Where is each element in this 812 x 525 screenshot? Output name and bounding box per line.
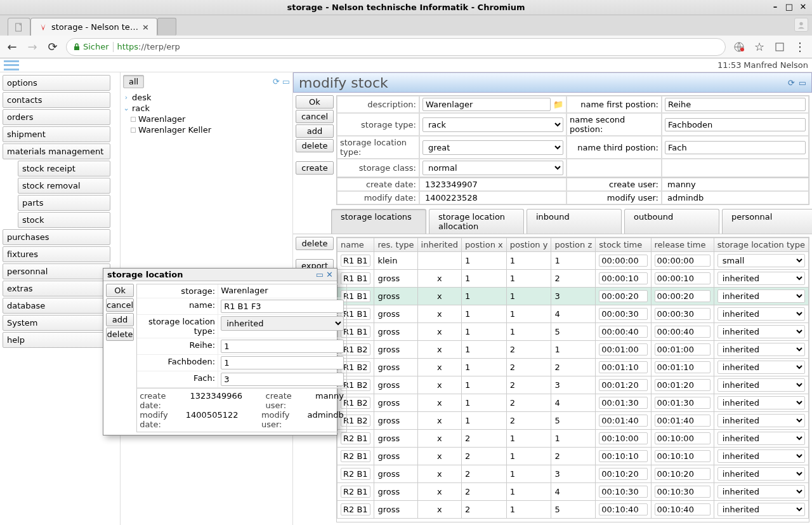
sidebar-item-stock-receipt[interactable]: stock receipt (18, 161, 110, 176)
sidebar-item-System[interactable]: System (3, 315, 110, 331)
sidebar-item-materials-management[interactable]: materials management (3, 143, 110, 159)
table-row[interactable]: klein111small (337, 252, 809, 270)
th-postion-x[interactable]: postion x (461, 238, 506, 252)
row-name-input[interactable] (341, 486, 370, 498)
release-time-input[interactable] (655, 255, 710, 267)
row-slt-select[interactable]: inherited (717, 396, 805, 409)
row-slt-select[interactable]: inherited (717, 272, 805, 285)
stock-time-input[interactable] (599, 326, 647, 338)
table-row[interactable]: grossx124inherited (337, 394, 809, 412)
release-time-input[interactable] (655, 343, 710, 356)
row-slt-select[interactable]: inherited (717, 307, 805, 321)
row-slt-select[interactable]: inherited (717, 503, 805, 516)
row-slt-select[interactable]: inherited (717, 343, 805, 356)
fullscreen-icon[interactable] (773, 40, 787, 54)
stock-time-input[interactable] (599, 272, 647, 284)
sidebar-item-orders[interactable]: orders (3, 109, 110, 125)
name-third-input[interactable] (665, 141, 806, 154)
delete-button[interactable]: delete (296, 139, 334, 152)
storage-type-select[interactable]: rack (422, 117, 563, 132)
row-name-input[interactable] (341, 468, 370, 480)
tab-close-icon[interactable]: × (142, 22, 149, 32)
stock-time-input[interactable] (599, 503, 647, 515)
name-second-input[interactable] (665, 118, 806, 131)
dlg-add-button[interactable]: add (106, 313, 134, 326)
row-slt-select[interactable]: inherited (717, 485, 805, 498)
th-name[interactable]: name (337, 238, 374, 252)
table-row[interactable]: grossx114inherited (337, 305, 809, 323)
tree-node-desk[interactable]: ›desk (123, 92, 290, 103)
storage-locations-table-wrap[interactable]: ⟳ ▭ nameres. typeinheritedpostion xposti… (336, 237, 809, 522)
tab-active[interactable]: storage - Nelson technisc… × (30, 18, 157, 36)
dlg-slt-select[interactable]: inherited (221, 316, 344, 331)
sidebar-item-database[interactable]: database (3, 298, 110, 314)
stock-time-input[interactable] (599, 486, 647, 498)
table-row[interactable]: grossx213inherited (337, 465, 809, 483)
th-stock-time[interactable]: stock time (596, 238, 651, 252)
release-time-input[interactable] (655, 415, 710, 427)
row-slt-select[interactable]: inherited (717, 449, 805, 463)
sidebar-item-personnal[interactable]: personnal (3, 263, 110, 279)
row-name-input[interactable] (341, 503, 370, 515)
dialog-close-icon[interactable]: ✕ (326, 270, 333, 279)
hamburger-icon[interactable] (4, 60, 19, 70)
th-release-time[interactable]: release time (651, 238, 714, 252)
tab-inactive[interactable] (8, 18, 30, 36)
row-name-input[interactable] (341, 432, 370, 444)
row-slt-select[interactable]: inherited (717, 378, 805, 392)
sidebar-item-extras[interactable]: extras (3, 281, 110, 296)
row-name-input[interactable] (341, 272, 370, 284)
release-time-input[interactable] (655, 379, 710, 391)
all-chip[interactable]: all (123, 75, 144, 88)
tree-node-warenlager-keller[interactable]: Warenlager Keller (131, 124, 290, 135)
sidebar-item-stock[interactable]: stock (18, 212, 110, 228)
stock-time-input[interactable] (599, 361, 647, 373)
row-slt-select[interactable]: small (717, 254, 805, 267)
table-row[interactable]: grossx113inherited (337, 288, 809, 305)
table-row[interactable]: grossx211inherited (337, 430, 809, 448)
release-time-input[interactable] (655, 397, 710, 409)
release-time-input[interactable] (655, 361, 710, 373)
add-button[interactable]: add (296, 124, 334, 138)
stock-time-input[interactable] (599, 468, 647, 480)
table-row[interactable]: grossx122inherited (337, 359, 809, 376)
release-time-input[interactable] (655, 326, 710, 338)
table-row[interactable]: grossx112inherited (337, 270, 809, 288)
th-res-type[interactable]: res. type (374, 238, 417, 252)
refresh-icon[interactable]: ⟳ (273, 77, 280, 86)
tree-node-rack[interactable]: ⌄rack (123, 103, 290, 114)
dlg-reihe-input[interactable] (221, 340, 344, 353)
table-row[interactable]: grossx115inherited (337, 323, 809, 341)
storage-class-select[interactable]: normal (422, 161, 563, 175)
dlg-ok-button[interactable]: Ok (106, 284, 134, 297)
table-row[interactable]: grossx121inherited (337, 341, 809, 359)
tab-storage-locations[interactable]: storage locations (331, 209, 426, 234)
refresh-panel-icon[interactable]: ⟳ (788, 78, 795, 88)
sidebar-item-shipment[interactable]: shipment (3, 126, 110, 142)
tab-inbound[interactable]: inbound (527, 209, 622, 234)
row-slt-select[interactable]: inherited (717, 414, 805, 427)
th-postion-z[interactable]: postion z (551, 238, 596, 252)
slt-select[interactable]: great (422, 140, 563, 155)
release-time-input[interactable] (655, 468, 710, 480)
stock-time-input[interactable] (599, 255, 647, 267)
maximize-icon[interactable]: □ (784, 1, 794, 11)
release-time-input[interactable] (655, 432, 710, 444)
sidebar-item-purchases[interactable]: purchases (3, 229, 110, 245)
sidebar-item-contacts[interactable]: contacts (3, 92, 110, 108)
tree-node-warenlager[interactable]: Warenlager (131, 114, 290, 124)
table-row[interactable]: grossx214inherited (337, 483, 809, 501)
release-time-input[interactable] (655, 290, 710, 302)
translate-icon[interactable] (732, 40, 746, 54)
stock-time-input[interactable] (599, 432, 647, 444)
th-inherited[interactable]: inherited (417, 238, 461, 252)
release-time-input[interactable] (655, 272, 710, 284)
dlg-delete-button[interactable]: delete (106, 328, 134, 341)
stock-time-input[interactable] (599, 379, 647, 391)
tab-outbound[interactable]: outbound (624, 209, 719, 234)
th-postion-y[interactable]: postion y (506, 238, 551, 252)
table-row[interactable]: grossx215inherited (337, 501, 809, 519)
dlg-fach-input[interactable] (221, 373, 344, 386)
row-slt-select[interactable]: inherited (717, 289, 805, 303)
table-row[interactable]: grossx123inherited (337, 376, 809, 394)
